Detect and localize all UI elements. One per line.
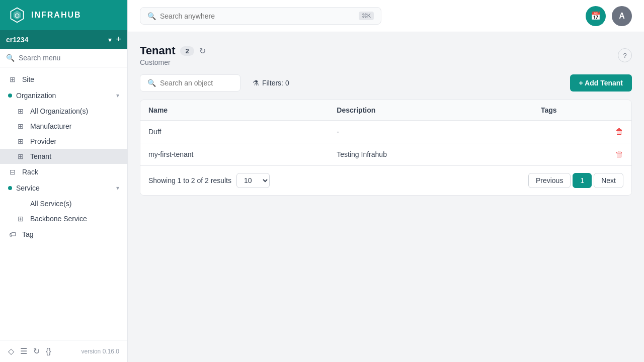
help-button[interactable]: ? xyxy=(618,48,632,62)
topbar-right: 📅 A xyxy=(586,6,632,26)
rack-icon: ⊟ xyxy=(8,168,17,176)
pagination-info: Showing 1 to 2 of 2 results 10 25 50 100 xyxy=(148,173,270,188)
search-icon: 🔍 xyxy=(6,54,15,62)
sidebar-search-area: 🔍 Search menu xyxy=(0,49,127,67)
table-row: my-first-tenant Testing Infrahub 🗑 xyxy=(140,143,631,166)
sidebar-item-site[interactable]: ⊞ Site xyxy=(0,71,127,87)
col-tags: Tags xyxy=(533,100,631,121)
pagination-bar: Showing 1 to 2 of 2 results 10 25 50 100… xyxy=(140,165,631,195)
row-description: Testing Infrahub xyxy=(329,143,533,166)
calendar-button[interactable]: 📅 xyxy=(586,6,606,26)
footer-icon-code[interactable]: {} xyxy=(46,347,51,356)
row-tags: 🗑 xyxy=(533,121,631,143)
sidebar-item-backbone-service[interactable]: ⊞ Backbone Service xyxy=(0,211,127,226)
sidebar-group-service[interactable]: Service ▾ xyxy=(0,180,127,196)
sidebar-item-all-organizations[interactable]: ⊞ All Organization(s) xyxy=(0,104,127,119)
object-search-bar[interactable]: 🔍 xyxy=(140,74,240,92)
sidebar-search-input[interactable]: 🔍 Search menu xyxy=(6,54,121,62)
main-area: 🔍 ⌘K 📅 A Tenant 2 xyxy=(128,0,644,362)
global-search-input[interactable] xyxy=(160,12,355,20)
sidebar-item-label: Site xyxy=(22,75,34,83)
add-tenant-button[interactable]: + Add Tenant xyxy=(570,74,632,92)
row-name: my-first-tenant xyxy=(140,143,329,166)
table-header: Name Description Tags xyxy=(140,100,631,121)
sidebar-item-tag[interactable]: 🏷 Tag xyxy=(0,226,127,242)
tenant-icon: ⊞ xyxy=(16,152,25,160)
provider-icon: ⊞ xyxy=(16,137,25,145)
sidebar-item-provider[interactable]: ⊞ Provider xyxy=(0,134,127,149)
refresh-button[interactable]: ↻ xyxy=(199,46,206,56)
global-search-bar[interactable]: 🔍 ⌘K xyxy=(140,7,381,25)
data-table: Name Description Tags Duff - 🗑 xyxy=(140,100,631,165)
sidebar-item-rack[interactable]: ⊟ Rack xyxy=(0,164,127,180)
service-group-label: Service xyxy=(16,184,40,192)
sidebar-logo-area: ⬡ INFRAHUB xyxy=(0,0,127,30)
add-tenant-label: + Add Tenant xyxy=(579,79,623,87)
org-group-label: Organization xyxy=(16,92,56,100)
sidebar: ⬡ INFRAHUB cr1234 ▾ + 🔍 Search menu ⊞ Si… xyxy=(0,0,128,362)
sidebar-item-all-services[interactable]: All Service(s) xyxy=(0,196,127,211)
footer-version: version 0.16.0 xyxy=(82,348,119,355)
avatar-button[interactable]: A xyxy=(612,6,632,26)
object-search-icon: 🔍 xyxy=(147,79,156,87)
filter-button[interactable]: ⚗ Filters: 0 xyxy=(247,75,295,91)
row-description: - xyxy=(329,121,533,143)
sidebar-search-placeholder: Search menu xyxy=(19,54,60,62)
workspace-bar[interactable]: cr1234 ▾ + xyxy=(0,30,127,49)
object-search-input[interactable] xyxy=(160,79,233,87)
site-icon: ⊞ xyxy=(8,75,17,83)
page-header: Tenant 2 ↻ Customer ? xyxy=(140,44,632,66)
manufacturer-icon: ⊞ xyxy=(16,122,25,130)
delete-button[interactable]: 🗑 xyxy=(615,127,623,136)
filter-icon: ⚗ xyxy=(253,79,259,87)
tenant-table: Name Description Tags Duff - 🗑 xyxy=(140,100,632,196)
all-org-icon: ⊞ xyxy=(16,107,25,115)
logo-icon: ⬡ xyxy=(8,6,26,24)
toolbar: 🔍 ⚗ Filters: 0 + Add Tenant xyxy=(140,74,632,92)
topbar: 🔍 ⌘K 📅 A xyxy=(128,0,644,32)
sidebar-nav: ⊞ Site Organization ▾ ⊞ All Organization… xyxy=(0,67,127,340)
per-page-select[interactable]: 10 25 50 100 xyxy=(236,173,270,188)
footer-icon-diamond[interactable]: ◇ xyxy=(8,346,14,356)
page-title: Tenant xyxy=(140,44,175,57)
workspace-name: cr1234 xyxy=(6,36,28,44)
tag-icon: 🏷 xyxy=(8,230,17,238)
row-tags: 🗑 xyxy=(533,143,631,166)
content-area: Tenant 2 ↻ Customer ? 🔍 ⚗ F xyxy=(128,32,644,362)
sidebar-group-organization[interactable]: Organization ▾ xyxy=(0,87,127,104)
org-group-dot xyxy=(8,94,12,98)
workspace-add-button[interactable]: + xyxy=(116,34,121,45)
footer-icon-refresh[interactable]: ↻ xyxy=(33,346,40,356)
sidebar-item-tenant[interactable]: ⊞ Tenant xyxy=(0,149,127,164)
page-title-section: Tenant 2 ↻ Customer xyxy=(140,44,206,66)
col-description: Description xyxy=(329,100,533,121)
sidebar-footer: ◇ ☰ ↻ {} version 0.16.0 xyxy=(0,340,127,362)
row-name: Duff xyxy=(140,121,329,143)
pagination-controls: Previous 1 Next xyxy=(528,173,623,188)
logo-text: INFRAHUB xyxy=(31,11,82,20)
col-name: Name xyxy=(140,100,329,121)
svg-text:⬡: ⬡ xyxy=(15,13,20,19)
service-group-dot xyxy=(8,186,12,190)
workspace-chevron-icon[interactable]: ▾ xyxy=(108,36,112,44)
next-button[interactable]: Next xyxy=(594,173,623,188)
search-shortcut: ⌘K xyxy=(359,12,374,20)
avatar-label: A xyxy=(619,12,625,21)
service-group-chevron-icon: ▾ xyxy=(116,185,119,192)
workspace-controls: ▾ + xyxy=(108,34,121,45)
org-group-chevron-icon: ▾ xyxy=(116,92,119,99)
sidebar-item-manufacturer[interactable]: ⊞ Manufacturer xyxy=(0,119,127,134)
previous-button[interactable]: Previous xyxy=(528,173,571,188)
pagination-text: Showing 1 to 2 of 2 results xyxy=(148,176,231,185)
delete-button[interactable]: 🗑 xyxy=(615,150,623,159)
page-subtitle: Customer xyxy=(140,58,206,66)
table-row: Duff - 🗑 xyxy=(140,121,631,143)
filter-label: Filters: 0 xyxy=(262,79,289,87)
backbone-service-icon: ⊞ xyxy=(16,215,25,223)
search-icon: 🔍 xyxy=(147,12,156,20)
page-count-badge: 2 xyxy=(180,46,194,56)
footer-icon-doc[interactable]: ☰ xyxy=(20,346,27,356)
page-1-button[interactable]: 1 xyxy=(573,173,592,188)
table-body: Duff - 🗑 my-first-tenant Testing Infrahu… xyxy=(140,121,631,166)
